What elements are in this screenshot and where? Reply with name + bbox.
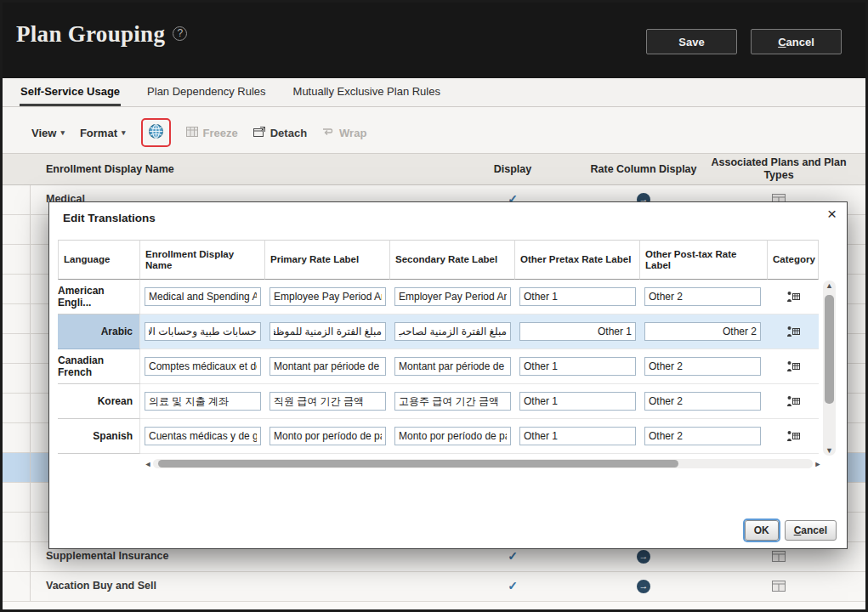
tab-plan-dependency-rules[interactable]: Plan Dependency Rules — [146, 78, 266, 106]
other-pretax-cell — [515, 384, 640, 419]
primary-rate-label-input[interactable] — [269, 287, 386, 306]
detach-label: Detach — [270, 127, 307, 139]
enrollment-display-name-input[interactable] — [145, 427, 261, 445]
row-gutter — [3, 483, 31, 512]
scroll-down-icon[interactable]: ▼ — [823, 446, 836, 455]
translations-globe-icon[interactable] — [148, 123, 164, 142]
table-row[interactable]: Vacation Buy and Sell ✓ → — [3, 572, 865, 602]
other-posttax-rate-label-input[interactable] — [644, 427, 761, 445]
table-header: Enrollment Display Name Display Rate Col… — [3, 153, 865, 185]
cancel-button[interactable]: Cancel — [751, 29, 842, 54]
category-icon — [786, 326, 800, 337]
display-check-icon: ✓ — [479, 549, 547, 563]
other-posttax-rate-label-input[interactable] — [644, 357, 761, 376]
secondary-rate-label-input[interactable] — [394, 392, 511, 411]
language-cell: Korean — [58, 384, 140, 419]
other-posttax-rate-label-input[interactable] — [644, 287, 761, 306]
other-pretax-rate-label-input[interactable] — [519, 322, 636, 341]
scroll-left-icon[interactable]: ◄ — [143, 460, 153, 468]
horizontal-scrollbar[interactable]: ◄ ► — [143, 457, 823, 470]
enrollment-display-name-input[interactable] — [145, 287, 261, 306]
vertical-scrollbar[interactable]: ▲ ▼ — [823, 280, 836, 456]
primary-rate-label-input[interactable] — [269, 427, 386, 445]
other-pretax-rate-label-input[interactable] — [519, 427, 636, 445]
column-header-primary-rate-label: Primary Rate Label — [265, 240, 390, 280]
cancel-label-rest: ancel — [786, 36, 814, 48]
enrollment-cell — [140, 349, 265, 384]
scrollbar-thumb[interactable] — [825, 295, 834, 404]
column-header-display: Display — [479, 163, 547, 175]
secondary-rate-label-input[interactable] — [394, 322, 511, 341]
row-gutter — [3, 304, 31, 333]
save-button[interactable]: Save — [646, 29, 737, 54]
other-pretax-rate-label-input[interactable] — [519, 287, 636, 306]
page-title: Plan Grouping — [16, 21, 165, 48]
category-cell[interactable] — [768, 349, 819, 384]
category-cell[interactable] — [768, 419, 819, 454]
chevron-down-icon: ▾ — [122, 128, 126, 137]
associated-plans-icon[interactable] — [706, 551, 852, 562]
freeze-button[interactable]: Freeze — [186, 127, 238, 139]
primary-rate-label-input[interactable] — [269, 392, 386, 411]
primary-rate-label-input[interactable] — [269, 357, 386, 376]
secondary-rate-label-input[interactable] — [394, 357, 511, 376]
associated-plans-icon[interactable] — [706, 581, 852, 592]
language-cell: American Engli... — [58, 280, 140, 314]
help-icon[interactable]: ? — [173, 26, 187, 41]
category-cell[interactable] — [768, 314, 819, 349]
rate-column-display-cell[interactable]: → — [576, 550, 712, 564]
row-gutter — [3, 334, 31, 363]
row-gutter — [3, 572, 31, 601]
other-posttax-cell — [640, 280, 768, 314]
category-cell[interactable] — [768, 280, 819, 314]
other-pretax-rate-label-input[interactable] — [519, 392, 636, 411]
translations-table: Language Enrollment Display Name Primary… — [58, 240, 819, 454]
format-menu[interactable]: Format ▾ — [80, 127, 126, 139]
tab-self-service-usage[interactable]: Self-Service Usage — [20, 78, 121, 106]
enrollment-display-name-input[interactable] — [145, 357, 261, 376]
enrollment-cell — [140, 384, 265, 419]
enrollment-display-name-input[interactable] — [145, 322, 261, 341]
enrollment-display-name-input[interactable] — [145, 392, 261, 411]
detach-button[interactable]: Detach — [253, 127, 307, 139]
row-gutter — [3, 542, 31, 571]
dialog-footer: OK Cancel — [745, 520, 837, 541]
enrollment-display-name: Vacation Buy and Sell — [46, 580, 156, 592]
wrap-button[interactable]: Wrap — [322, 127, 366, 139]
tab-mutually-exclusive-plan-rules[interactable]: Mutually Exclusive Plan Rules — [292, 78, 441, 106]
other-posttax-rate-label-input[interactable] — [644, 392, 761, 411]
secondary-rate-label-input[interactable] — [394, 287, 511, 306]
secondary-rate-cell — [390, 349, 515, 384]
app-header: Plan Grouping ? Save Cancel — [3, 3, 865, 78]
category-icon — [786, 395, 800, 407]
other-posttax-cell — [640, 419, 768, 454]
column-header-other-pretax-rate-label: Other Pretax Rate Label — [515, 240, 640, 280]
enrollment-display-name: Supplemental Insurance — [46, 550, 168, 562]
primary-rate-cell — [265, 280, 390, 314]
other-posttax-rate-label-input[interactable] — [644, 322, 761, 341]
view-menu[interactable]: View ▾ — [31, 127, 65, 139]
language-cell: Arabic — [58, 314, 140, 349]
category-cell[interactable] — [768, 384, 819, 419]
primary-rate-cell — [265, 314, 390, 349]
scroll-up-icon[interactable]: ▲ — [823, 281, 836, 290]
scrollbar-thumb[interactable] — [158, 460, 678, 468]
scroll-right-icon[interactable]: ► — [813, 460, 823, 468]
column-header-category: Category — [768, 240, 819, 280]
other-pretax-rate-label-input[interactable] — [519, 357, 636, 376]
other-pretax-cell — [515, 280, 640, 314]
primary-rate-label-input[interactable] — [269, 322, 386, 341]
other-posttax-cell — [640, 349, 768, 384]
dialog-cancel-button[interactable]: Cancel — [785, 520, 837, 541]
row-gutter — [3, 453, 31, 482]
close-icon[interactable]: × — [827, 206, 837, 222]
scrollbar-track[interactable] — [153, 459, 813, 468]
category-icon — [786, 430, 800, 442]
column-header-language: Language — [58, 240, 140, 280]
edit-translations-dialog: Edit Translations × Language Enrollment … — [48, 201, 848, 549]
row-gutter — [3, 185, 31, 214]
other-pretax-cell — [515, 314, 640, 349]
secondary-rate-label-input[interactable] — [394, 427, 511, 445]
ok-button[interactable]: OK — [745, 520, 779, 541]
rate-column-display-cell[interactable]: → — [576, 580, 712, 593]
